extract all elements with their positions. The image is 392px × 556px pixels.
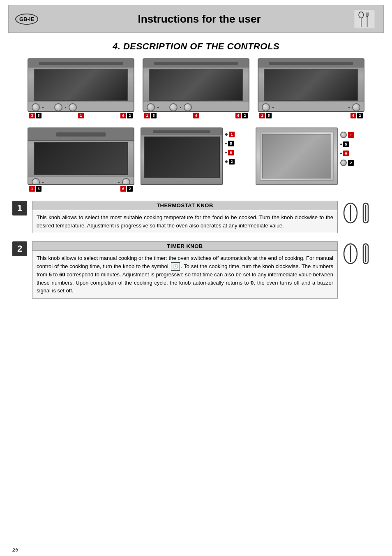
oven-3-labels: 1 5 6 2 (258, 112, 364, 119)
desc-content-1: THERMOSTAT KNOB This knob allows to sele… (32, 201, 338, 233)
oven-diagrams-row1: 3 5 1 6 2 (8, 58, 384, 119)
oven-diagrams-row2: 1 5 6 2 1 (8, 127, 384, 192)
desc-item-2: 2 TIMER KNOB This knob allows to select … (12, 241, 380, 299)
appliance-icon (352, 9, 377, 29)
oven-body-4 (28, 127, 134, 185)
control-descriptions: 1 THERMOSTAT KNOB This knob allows to se… (12, 201, 380, 299)
page-title: Instructions for the user (46, 13, 352, 25)
header: GB-IE Instructions for the user (8, 5, 384, 33)
country-logo: GB-IE (15, 14, 38, 25)
page-number: 26 (12, 547, 18, 553)
control-number-2: 2 (12, 241, 27, 256)
thermostat-knob-icon (343, 202, 358, 224)
oven-body-1 (28, 58, 134, 112)
desc-text-1: This knob allows to select the most suit… (32, 210, 337, 233)
section-title: 4. DESCRIPTION OF THE CONTROLS (8, 41, 384, 52)
oven-1-labels: 3 5 1 6 2 (28, 112, 134, 119)
timer-knob-icon (343, 243, 358, 264)
desc-title-2: TIMER KNOB (32, 242, 337, 251)
oven-diagram-2: 1 5 4 6 2 (141, 58, 251, 119)
desc-content-2: TIMER KNOB This knob allows to select ma… (32, 241, 338, 299)
control-number-1: 1 (12, 201, 27, 215)
oven-diagram-1: 3 5 1 6 2 (25, 58, 136, 119)
oven-diagram-5: 1 5 6 2 (141, 127, 251, 192)
desc-title-1: THERMOSTAT KNOB (32, 201, 337, 210)
oven-diagram-4: 1 5 6 2 (25, 127, 136, 192)
oven-diagram-6: 1 5 6 2 (256, 127, 367, 192)
thermostat-icons (343, 201, 380, 224)
oven-diagram-3: 1 5 6 2 (256, 58, 367, 119)
thermostat-knob-icon-2 (362, 202, 370, 224)
desc-text-2: This knob allows to select manual cookin… (32, 251, 337, 298)
svg-rect-0 (354, 10, 374, 28)
oven-body-2 (143, 58, 249, 112)
oven-body-3 (258, 58, 364, 112)
timer-icons (343, 241, 380, 264)
oven-2-labels: 1 5 4 6 2 (143, 112, 249, 119)
oven-4-labels: 1 5 6 2 (28, 185, 134, 192)
timer-knob-icon-2 (362, 243, 370, 264)
desc-item-1: 1 THERMOSTAT KNOB This knob allows to se… (12, 201, 380, 233)
